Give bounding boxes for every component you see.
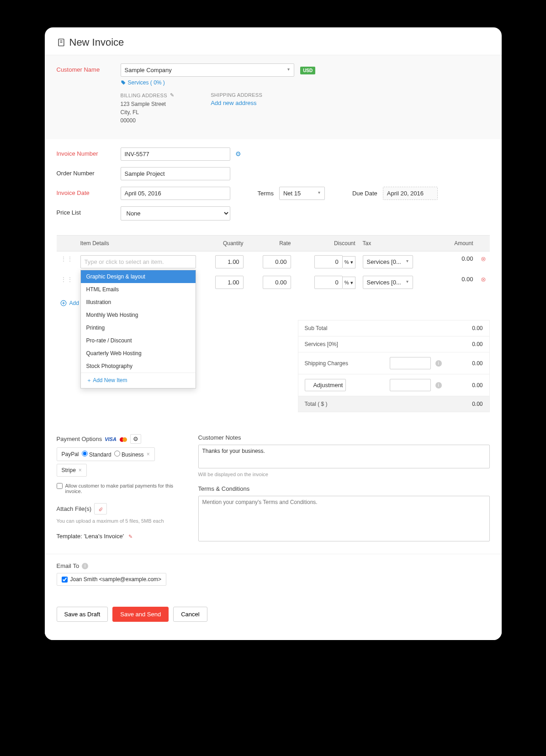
dropdown-option[interactable]: Pro-rate / Discount [81, 334, 196, 347]
partial-payments-label: Allow customer to make partial payments … [65, 483, 185, 494]
email-recipient-checkbox[interactable] [62, 577, 68, 583]
adjustment-label-input[interactable] [305, 379, 346, 391]
item-details-input[interactable] [80, 255, 196, 268]
terms-title: Terms & Conditions [198, 485, 490, 492]
due-date-label: Due Date [352, 190, 377, 197]
customer-notes-textarea[interactable] [198, 445, 490, 468]
add-shipping-address-link[interactable]: Add new address [211, 100, 262, 106]
price-list-select[interactable]: None [121, 206, 230, 220]
col-discount: Discount [295, 236, 359, 252]
remove-paypal-icon[interactable]: × [147, 451, 150, 457]
delete-row-icon[interactable]: ⊗ [481, 255, 486, 262]
rate-input[interactable] [263, 276, 291, 289]
payment-settings-icon[interactable]: ⚙ [130, 434, 141, 444]
email-section: Email To i Joan Smith <sample@example.co… [45, 554, 502, 599]
drag-handle-icon[interactable]: ⋮⋮ [57, 272, 77, 293]
tax-select[interactable] [363, 255, 413, 268]
subtotal-label: Sub Total [305, 325, 446, 331]
dropdown-option[interactable]: HTML Emails [81, 283, 196, 296]
edit-billing-icon[interactable]: ✎ [170, 92, 174, 98]
stripe-chip: Stripe × [57, 464, 87, 477]
email-to-title: Email To [57, 562, 80, 569]
order-number-input[interactable] [121, 167, 230, 180]
customer-section: Customer Name USD Services ( 0% ) BILLIN… [45, 55, 502, 139]
col-amount: Amount [436, 236, 477, 252]
invoice-number-settings-icon[interactable]: ⚙ [235, 150, 241, 158]
invoice-number-label: Invoice Number [57, 147, 121, 157]
col-item-details: Item Details [77, 236, 200, 252]
partial-payments-checkbox[interactable] [57, 483, 63, 489]
email-recipient-chip: Joan Smith <sample@example.com> [57, 573, 167, 586]
attach-file-button[interactable] [94, 503, 107, 514]
dropdown-add-new-item[interactable]: ＋ Add New Item [81, 373, 196, 388]
visa-icon: VISA [105, 436, 117, 442]
discount-input[interactable] [314, 255, 343, 268]
amount-cell: 0.00 [436, 272, 477, 293]
shipping-amount: 0.00 [446, 360, 483, 367]
services-tax-value: 0.00 [446, 341, 483, 347]
dropdown-option[interactable]: Monthly Web Hosting [81, 309, 196, 321]
tag-icon [121, 80, 126, 85]
info-icon[interactable]: i [82, 563, 88, 569]
dropdown-option[interactable]: Illustration [81, 296, 196, 309]
currency-badge: USD [300, 67, 315, 74]
discount-input[interactable] [314, 276, 343, 289]
info-icon[interactable]: i [435, 360, 442, 367]
customer-select[interactable] [121, 63, 294, 77]
mastercard-icon [119, 436, 127, 442]
dropdown-option[interactable]: Printing [81, 321, 196, 334]
svg-point-9 [122, 437, 127, 442]
delete-row-icon[interactable]: ⊗ [481, 276, 486, 283]
save-send-button[interactable]: Save and Send [112, 607, 169, 622]
paypal-standard-radio[interactable]: Standard [82, 451, 111, 458]
bottom-panels: Payment Options VISA ⚙ PayPal Standard B… [45, 423, 502, 554]
email-recipient: Joan Smith <sample@example.com> [70, 576, 162, 583]
invoice-date-input[interactable] [121, 187, 230, 200]
invoice-number-input[interactable] [121, 147, 230, 161]
invoice-form-window: New Invoice Customer Name USD Services (… [45, 27, 502, 640]
invoice-icon [57, 38, 66, 47]
terms-select[interactable] [279, 187, 325, 200]
quantity-input[interactable] [215, 255, 244, 268]
total-value: 0.00 [446, 401, 483, 407]
dropdown-option[interactable]: Quarterly Web Hosting [81, 347, 196, 360]
template-name: 'Lena's Invoice' [84, 533, 124, 540]
save-draft-button[interactable]: Save as Draft [57, 607, 108, 622]
customer-notes-title: Customer Notes [198, 434, 490, 441]
col-rate: Rate [247, 236, 295, 252]
invoice-date-label: Invoice Date [57, 187, 121, 196]
header: New Invoice [45, 27, 502, 55]
attach-helper: You can upload a maximum of 5 files, 5MB… [57, 518, 185, 524]
info-icon[interactable]: i [435, 382, 442, 388]
dropdown-option[interactable]: Stock Photography [81, 360, 196, 373]
paypal-business-radio[interactable]: Business [114, 451, 144, 458]
adjustment-input[interactable] [390, 379, 431, 391]
rate-input[interactable] [263, 255, 291, 268]
terms-label: Terms [258, 190, 274, 197]
line-items-section: Item Details Quantity Rate Discount Tax … [45, 235, 502, 423]
line-item-row: ⋮⋮ Graphic Design & layout HTML Emails I… [57, 252, 490, 273]
totals-panel: Sub Total 0.00 Services [0%] 0.00 Shippi… [298, 320, 490, 412]
shipping-label: Shipping Charges [305, 360, 390, 367]
edit-template-icon[interactable]: ✎ [128, 534, 133, 539]
drag-handle-icon[interactable]: ⋮⋮ [57, 252, 77, 273]
col-tax: Tax [359, 236, 436, 252]
discount-unit-toggle[interactable]: % ▾ [343, 277, 355, 289]
order-number-label: Order Number [57, 167, 121, 177]
cancel-button[interactable]: Cancel [173, 607, 207, 622]
paperclip-icon [98, 507, 103, 512]
dropdown-option[interactable]: Graphic Design & layout [81, 270, 196, 283]
tax-select[interactable] [363, 276, 413, 289]
due-date-input[interactable] [383, 187, 438, 200]
services-tax-label: Services [0%] [305, 341, 446, 347]
amount-cell: 0.00 [436, 252, 477, 273]
remove-stripe-icon[interactable]: × [79, 467, 82, 473]
payment-options-title: Payment Options VISA ⚙ [57, 434, 185, 444]
quantity-input[interactable] [215, 276, 244, 289]
terms-textarea[interactable] [198, 496, 490, 541]
total-label: Total ( $ ) [305, 401, 446, 407]
paypal-chip: PayPal Standard Business × [57, 447, 155, 461]
services-link[interactable]: Services ( 0% ) [121, 79, 490, 86]
discount-unit-toggle[interactable]: % ▾ [343, 256, 355, 268]
shipping-input[interactable] [390, 357, 431, 369]
